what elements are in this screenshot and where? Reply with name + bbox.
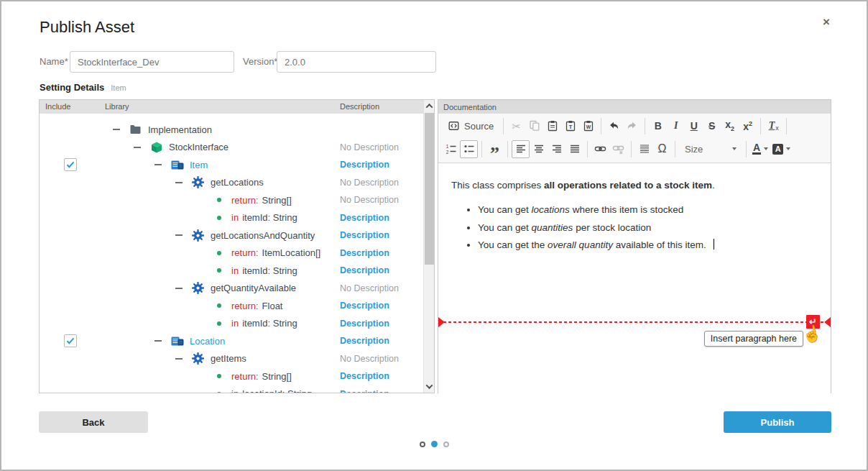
collapse-icon[interactable]	[174, 234, 184, 236]
background-color-button[interactable]: A	[770, 140, 793, 158]
description-link[interactable]: Description	[340, 230, 389, 240]
tree-node-label[interactable]: getLocationsAndQuantity	[211, 230, 315, 241]
tree-node-label[interactable]: initemId: String	[231, 318, 297, 329]
description-link[interactable]: Description	[340, 301, 389, 311]
description-link[interactable]: Description	[340, 371, 389, 381]
collapse-icon[interactable]	[174, 182, 184, 183]
table-row[interactable]: getLocationsAndQuantityDescription	[40, 227, 423, 244]
description-link[interactable]: Description	[340, 213, 389, 223]
text-color-button[interactable]: A	[750, 140, 770, 158]
table-row[interactable]: LocationDescription	[40, 332, 423, 350]
align-justify-button[interactable]	[565, 140, 583, 158]
name-field[interactable]	[70, 51, 234, 73]
pager-dot-active[interactable]	[431, 441, 438, 447]
description-link[interactable]: Description	[340, 265, 389, 275]
collapse-icon[interactable]	[153, 340, 163, 342]
table-row[interactable]: initemId: StringDescription	[40, 315, 423, 333]
description-link[interactable]: Description	[340, 336, 389, 346]
paste-button[interactable]	[543, 117, 561, 135]
tree-node-label[interactable]: return:String[]	[231, 371, 292, 382]
table-row[interactable]: getLocationsNo Description	[40, 174, 423, 192]
remove-format-button[interactable]: Tx	[765, 117, 782, 135]
italic-button[interactable]: I	[667, 117, 685, 135]
vertical-scrollbar[interactable]	[423, 100, 434, 393]
svg-text:T: T	[568, 124, 572, 130]
tree-node-label[interactable]: return:Float	[231, 301, 282, 311]
align-right-button[interactable]	[548, 140, 565, 158]
tree-node-label[interactable]: Implementation	[148, 124, 212, 135]
parameter-direction-label: return:	[231, 195, 259, 206]
tree-node-label[interactable]: inlocationId: String	[231, 388, 312, 393]
include-checkbox[interactable]	[64, 158, 77, 171]
tree-node-label[interactable]: StockInterface	[169, 142, 228, 152]
tree-node-label[interactable]: return:ItemLocation[]	[231, 247, 320, 258]
blockquote-button[interactable]: ”	[486, 140, 504, 158]
strikethrough-button[interactable]: S	[703, 117, 721, 135]
description-link[interactable]: Description	[340, 389, 389, 393]
unlink-button	[609, 140, 627, 158]
special-character-button[interactable]: Ω	[653, 140, 671, 158]
no-description-label: No Description	[340, 178, 399, 188]
underline-button[interactable]: U	[685, 117, 703, 135]
link-button[interactable]	[591, 140, 609, 158]
tree-node-label[interactable]: initemId: String	[231, 265, 297, 276]
scroll-up-button[interactable]	[424, 100, 435, 112]
include-checkbox[interactable]	[64, 334, 77, 347]
bold-button[interactable]: B	[649, 117, 667, 135]
insert-paragraph-line[interactable]: ↵ Insert paragraph here ☝	[438, 321, 831, 323]
table-row[interactable]: ItemDescription	[40, 156, 423, 174]
table-row[interactable]: return:String[]Description	[40, 367, 423, 385]
paste-plain-text-button[interactable]: T	[561, 117, 579, 135]
rich-text-editor[interactable]: This class comprises all operations rela…	[438, 163, 831, 393]
scroll-down-button[interactable]	[424, 380, 435, 393]
tree-node-label[interactable]: Location	[190, 336, 225, 347]
subscript-button[interactable]: x2	[721, 117, 739, 135]
tree-node-label[interactable]: initemId: String	[231, 212, 297, 223]
table-row[interactable]: initemId: StringDescription	[40, 209, 423, 227]
table-row[interactable]: getQuantityAvailableNo Description	[40, 280, 423, 298]
collapse-icon[interactable]	[111, 129, 121, 130]
superscript-button[interactable]: x2	[739, 117, 757, 135]
table-row[interactable]: return:FloatDescription	[40, 297, 423, 315]
font-size-dropdown[interactable]: Size	[679, 140, 742, 158]
description-link[interactable]: Description	[340, 248, 389, 258]
table-row[interactable]: Implementation	[40, 121, 423, 139]
table-row[interactable]: initemId: StringDescription	[40, 262, 423, 280]
tree-node-label[interactable]: Item	[190, 160, 208, 170]
pager-dot[interactable]	[420, 442, 425, 447]
line-spacing-button[interactable]	[635, 140, 653, 158]
toolbar-separator	[631, 141, 632, 157]
collapse-icon[interactable]	[174, 358, 184, 360]
table-row[interactable]: inlocationId: StringDescription	[40, 385, 423, 393]
table-row[interactable]: return:ItemLocation[]Description	[40, 244, 423, 262]
table-row[interactable]: StockInterfaceNo Description	[40, 139, 423, 157]
editor-bullet-item: You can get quantities per stock locatio…	[478, 219, 818, 237]
undo-button[interactable]	[605, 117, 623, 135]
align-left-button[interactable]	[512, 140, 530, 158]
collapse-icon[interactable]	[174, 288, 184, 289]
pager-dot[interactable]	[443, 442, 449, 447]
close-icon[interactable]: ×	[823, 16, 830, 28]
hand-cursor-icon: ☝	[800, 324, 823, 345]
version-field[interactable]	[277, 51, 436, 73]
scrollbar-thumb[interactable]	[425, 113, 434, 265]
bulleted-list-button[interactable]	[460, 140, 478, 158]
align-center-button[interactable]	[530, 140, 548, 158]
collapse-icon[interactable]	[153, 164, 163, 165]
table-row[interactable]: return:String[]No Description	[40, 191, 423, 209]
tree-node-label[interactable]: getQuantityAvailable	[211, 283, 296, 293]
paste-from-word-button[interactable]: W	[579, 117, 597, 135]
source-button[interactable]: Source	[442, 117, 499, 135]
tree-node-label[interactable]: return:String[]	[231, 195, 292, 206]
publish-button[interactable]: Publish	[724, 411, 831, 433]
numbered-list-button[interactable]: 12	[442, 140, 460, 158]
toolbar-separator	[675, 141, 675, 157]
table-row[interactable]: getItemsNo Description	[40, 350, 423, 368]
tree-node-label[interactable]: getLocations	[211, 177, 264, 188]
description-link[interactable]: Description	[340, 319, 389, 329]
collapse-icon[interactable]	[132, 147, 142, 148]
description-link[interactable]: Description	[340, 160, 389, 170]
library-tree-table: Include Library Description Implementati…	[39, 99, 435, 393]
back-button[interactable]: Back	[39, 411, 148, 433]
tree-node-label[interactable]: getItems	[211, 353, 246, 364]
